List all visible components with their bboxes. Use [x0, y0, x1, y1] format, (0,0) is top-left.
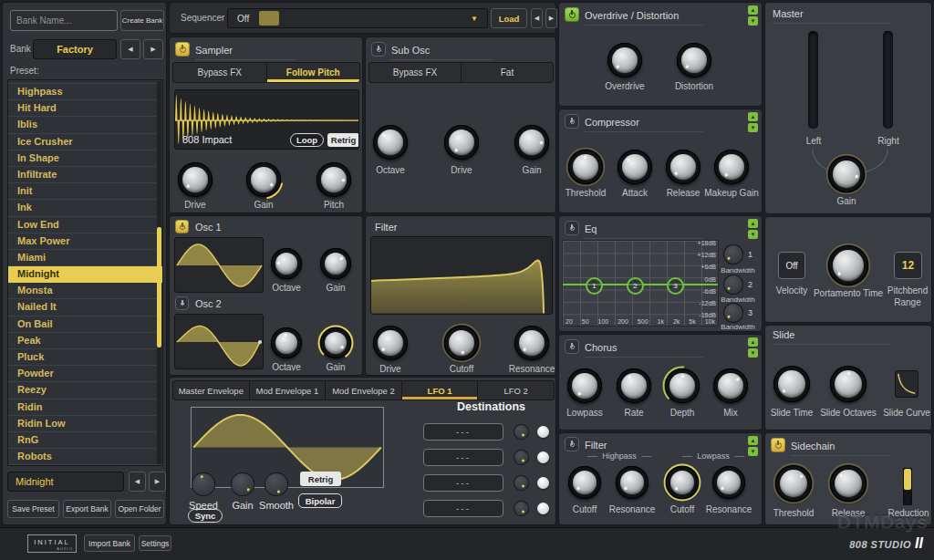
sidechain-threshold-knob[interactable]: [775, 465, 812, 502]
eq-graph[interactable]: 1 2 3 +18dB +12dB +6dB 0dB -6dB -12dB -1…: [562, 240, 719, 327]
eq-node-2[interactable]: 2: [627, 277, 644, 295]
preset-item[interactable]: Monsta: [8, 283, 162, 299]
sampler-drive-knob[interactable]: [178, 162, 213, 197]
tab-fat[interactable]: Fat: [462, 63, 553, 82]
slide-curve-display[interactable]: [895, 370, 918, 398]
preset-item[interactable]: Iblis: [8, 117, 162, 133]
bank-select[interactable]: Factory: [33, 39, 117, 59]
lp-resonance-knob[interactable]: [712, 466, 745, 499]
open-folder-button[interactable]: Open Folder: [115, 500, 164, 518]
preset-item[interactable]: Peak: [8, 333, 162, 349]
sidechain-release-knob[interactable]: [830, 465, 867, 502]
slide-time-knob[interactable]: [773, 366, 810, 402]
chorus-depth-knob[interactable]: [665, 368, 700, 403]
move-down-button[interactable]: ▼: [748, 16, 758, 26]
tab-lfo-1[interactable]: LFO 1: [402, 381, 479, 399]
sidechain-enable-checkbox[interactable]: [771, 438, 785, 452]
tab-follow-pitch[interactable]: Follow Pitch: [267, 63, 360, 82]
current-preset-box[interactable]: Midnight: [7, 472, 124, 492]
filter-drive-knob[interactable]: [373, 326, 408, 360]
preset-item[interactable]: Robots: [8, 449, 162, 465]
eq-bandwidth-knob-1[interactable]: [723, 244, 743, 264]
sequencer-load-button[interactable]: Load: [491, 8, 527, 28]
comp-makeup-knob[interactable]: [714, 150, 749, 184]
osc2-gain-knob[interactable]: [320, 327, 351, 358]
preset-item[interactable]: Max Power: [8, 233, 162, 250]
destination-amount-knob[interactable]: [514, 475, 529, 491]
chorus-rate-knob[interactable]: [617, 368, 651, 403]
velocity-toggle[interactable]: Off: [778, 252, 805, 279]
comp-threshold-knob[interactable]: [568, 150, 603, 184]
distortion-knob[interactable]: [677, 43, 711, 78]
preset-item[interactable]: Roundhouse Kick: [8, 465, 162, 466]
chorus-mix-knob[interactable]: [713, 368, 748, 403]
osc2-octave-knob[interactable]: [271, 327, 302, 358]
preset-item[interactable]: Init: [8, 183, 162, 200]
destination-select[interactable]: ---: [423, 474, 503, 492]
overdrive-knob[interactable]: [607, 43, 642, 78]
osc1-enable-checkbox[interactable]: [175, 220, 189, 233]
destination-amount-knob[interactable]: [514, 450, 529, 465]
destination-select[interactable]: ---: [423, 449, 503, 466]
osc1-gain-knob[interactable]: [320, 248, 351, 279]
move-down-button[interactable]: ▼: [748, 447, 758, 456]
preset-item[interactable]: Ridin: [8, 399, 162, 416]
settings-button[interactable]: Settings: [139, 535, 171, 551]
move-up-button[interactable]: ▲: [748, 436, 758, 445]
sequencer-slider-handle[interactable]: [259, 11, 279, 26]
eq-bandwidth-knob-3[interactable]: [723, 303, 743, 323]
preset-item[interactable]: On Bail: [8, 316, 162, 333]
fx-filter-enable-checkbox[interactable]: [565, 437, 579, 451]
retrig-button[interactable]: Retrig: [327, 133, 359, 147]
filter-cutoff-knob[interactable]: [444, 326, 479, 360]
destination-select[interactable]: ---: [423, 500, 503, 517]
preset-item[interactable]: Hit Hard: [8, 100, 162, 117]
lp-cutoff-knob[interactable]: [666, 466, 699, 499]
bank-prev-button[interactable]: ◀: [120, 39, 140, 59]
preset-item[interactable]: Low End: [8, 217, 162, 233]
sub-osc-gain-knob[interactable]: [514, 125, 549, 160]
chorus-lowpass-knob[interactable]: [567, 368, 602, 403]
move-down-button[interactable]: ▼: [748, 230, 758, 239]
bank-next-button[interactable]: ▶: [143, 39, 163, 59]
preset-item[interactable]: Highpass: [8, 83, 162, 100]
tab-master-envelope[interactable]: Master Envelope: [173, 381, 250, 399]
osc1-octave-knob[interactable]: [271, 248, 302, 279]
chorus-enable-checkbox[interactable]: [565, 339, 579, 354]
comp-release-knob[interactable]: [666, 150, 700, 184]
sub-osc-octave-knob[interactable]: [373, 125, 408, 160]
create-bank-button[interactable]: Create Bank: [120, 10, 164, 31]
loop-button[interactable]: Loop: [290, 133, 324, 147]
preset-next-button[interactable]: ▶: [149, 472, 166, 492]
preset-item[interactable]: In Shape: [8, 150, 162, 167]
slide-octaves-knob[interactable]: [830, 366, 867, 402]
preset-item[interactable]: Nailed It: [8, 299, 162, 316]
comp-attack-knob[interactable]: [617, 150, 652, 184]
sampler-gain-knob[interactable]: [246, 162, 281, 197]
preset-item[interactable]: Infiltrate: [8, 167, 162, 183]
sequencer-next-button[interactable]: ▶: [545, 8, 557, 28]
lfo-smooth-knob[interactable]: [265, 472, 288, 496]
lfo-speed-knob[interactable]: [192, 472, 215, 496]
preset-item[interactable]: Ice Crusher: [8, 134, 162, 150]
sequencer-select[interactable]: Off ▼: [227, 8, 488, 28]
tab-bypass-fx[interactable]: Bypass FX: [369, 63, 462, 82]
move-down-button[interactable]: ▼: [748, 123, 758, 132]
destination-amount-knob[interactable]: [514, 424, 529, 440]
preset-item[interactable]: Miami: [8, 250, 162, 266]
eq-node-1[interactable]: 1: [586, 277, 603, 295]
preset-item[interactable]: Reezy: [8, 382, 162, 399]
destination-select[interactable]: ---: [423, 423, 503, 441]
master-gain-knob[interactable]: [828, 156, 865, 192]
preset-item[interactable]: Ink: [8, 200, 162, 216]
destination-amount-knob[interactable]: [514, 501, 529, 516]
pitchbend-range-box[interactable]: 12: [894, 252, 922, 279]
portamento-time-knob[interactable]: [828, 245, 868, 285]
sub-osc-drive-knob[interactable]: [444, 125, 479, 160]
lfo-gain-knob[interactable]: [231, 472, 254, 496]
preset-item[interactable]: Powder: [8, 366, 162, 382]
preset-item[interactable]: Pluck: [8, 349, 162, 366]
move-down-button[interactable]: ▼: [748, 348, 758, 358]
tab-mod-envelope-2[interactable]: Mod Envelope 2: [326, 381, 402, 399]
move-up-button[interactable]: ▲: [748, 337, 758, 347]
